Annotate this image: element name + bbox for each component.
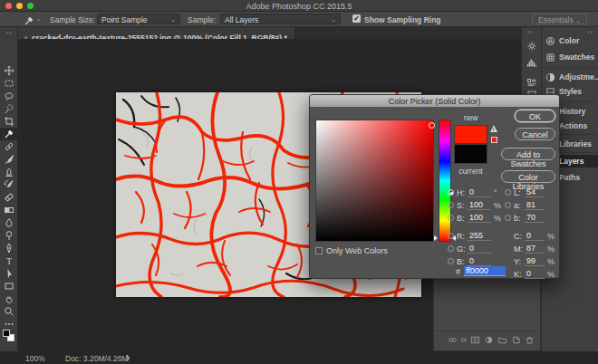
color-wheel-icon xyxy=(545,36,555,46)
group-icon[interactable] xyxy=(497,335,507,345)
new-layer-icon[interactable] xyxy=(511,335,521,345)
status-options-arrow-icon[interactable]: ❯ xyxy=(125,354,130,361)
sample-label: Sample: xyxy=(188,15,216,24)
tool-healing-brush[interactable] xyxy=(0,140,18,153)
tool-lasso[interactable] xyxy=(0,90,18,102)
field-hex: #ff0000 xyxy=(456,266,506,276)
field-lab-b: b:70 xyxy=(505,213,547,223)
hex-input[interactable]: ff0000 xyxy=(464,266,506,276)
lab-l-input[interactable]: 54 xyxy=(525,187,545,197)
histogram-icon[interactable] xyxy=(526,55,537,72)
window-title: Adobe Photoshop CC 2015.5 xyxy=(0,2,598,11)
sample-dropdown[interactable]: All Layers ⌄ xyxy=(220,14,341,24)
yellow-input[interactable]: 99 xyxy=(525,256,545,266)
cyan-input[interactable]: 0 xyxy=(525,231,545,241)
tool-pen[interactable] xyxy=(0,242,18,254)
field-brightness: B:100% xyxy=(448,213,501,223)
black-input[interactable]: 0 xyxy=(525,269,545,279)
lab-b-radio[interactable] xyxy=(505,215,511,221)
color-field-marker[interactable] xyxy=(429,122,435,129)
field-black: K:0% xyxy=(505,269,555,279)
sample-size-dropdown[interactable]: Point Sample ⌄ xyxy=(97,14,180,24)
tool-blur[interactable] xyxy=(0,216,18,229)
only-web-colors-label: Only Web Colors xyxy=(326,246,388,255)
tool-crop[interactable] xyxy=(0,115,18,128)
hue-slider-marker[interactable] xyxy=(434,235,438,241)
field-cyan: C:0% xyxy=(505,231,555,241)
foreground-background-swatches[interactable] xyxy=(0,329,18,347)
hue-slider[interactable] xyxy=(439,120,451,242)
cancel-button[interactable]: Cancel xyxy=(515,128,555,140)
tool-move[interactable] xyxy=(0,64,18,77)
layer-mask-icon[interactable] xyxy=(470,335,480,345)
dialog-titlebar[interactable]: Color Picker (Solid Color) xyxy=(310,95,559,107)
sample-size-label: Sample Size: xyxy=(50,15,95,24)
not-web-safe-icon[interactable] xyxy=(491,137,497,143)
panel-tab-color[interactable]: Color xyxy=(542,34,598,47)
ok-button[interactable]: OK xyxy=(515,110,555,122)
lab-a-radio[interactable] xyxy=(505,202,511,208)
lab-b-input[interactable]: 70 xyxy=(525,213,545,223)
field-red: R:255 xyxy=(448,231,494,241)
tool-options-bar: ⌄ Sample Size: Point Sample ⌄ Sample: Al… xyxy=(0,12,598,27)
tool-clone-stamp[interactable] xyxy=(0,166,18,178)
panel-tab-adjustments[interactable]: Adjustme... xyxy=(542,71,598,83)
current-color-swatch[interactable] xyxy=(454,144,487,164)
field-green: G:0 xyxy=(448,244,494,254)
green-radio[interactable] xyxy=(448,245,454,252)
saturation-input[interactable]: 100 xyxy=(468,200,491,210)
panel-tab-swatches[interactable]: Swatches xyxy=(542,51,598,63)
hue-radio[interactable] xyxy=(448,189,454,196)
brightness-input[interactable]: 100 xyxy=(468,213,491,223)
document-tab[interactable]: ×cracked-dry-earth-texture-2555152.jpg @… xyxy=(18,27,295,39)
adjustment-layer-icon[interactable] xyxy=(484,335,494,345)
zoom-level[interactable]: 100% xyxy=(25,354,45,363)
tools-panel: ›› T xyxy=(0,27,18,353)
magenta-input[interactable]: 87 xyxy=(525,244,545,254)
photoshop-window: Adobe Photoshop CC 2015.5 ⌄ Sample Size:… xyxy=(0,0,598,364)
tool-dodge[interactable] xyxy=(0,229,18,242)
fx-icon[interactable]: fx xyxy=(461,336,467,344)
link-icon[interactable] xyxy=(448,335,458,345)
tool-type[interactable]: T xyxy=(0,254,18,267)
tool-brush[interactable] xyxy=(0,153,18,166)
new-color-swatch xyxy=(454,125,487,144)
tool-rectangle-shape[interactable] xyxy=(0,280,18,292)
tool-gradient[interactable] xyxy=(0,204,18,216)
red-radio[interactable] xyxy=(448,233,454,239)
dock-collapse-button[interactable]: ‹‹ xyxy=(527,29,534,35)
tool-zoom[interactable] xyxy=(0,305,18,318)
red-input[interactable]: 255 xyxy=(468,231,491,241)
blue-radio[interactable] xyxy=(448,258,454,264)
green-input[interactable]: 0 xyxy=(468,244,491,254)
field-lab-a: a:81 xyxy=(505,200,547,210)
toolbar-collapse-button[interactable]: ›› xyxy=(0,27,18,38)
tool-path-selection[interactable] xyxy=(0,267,18,280)
lab-l-radio[interactable] xyxy=(505,189,511,196)
tool-quick-selection[interactable] xyxy=(0,102,18,115)
lab-a-input[interactable]: 81 xyxy=(525,200,545,210)
hue-input[interactable]: 0 xyxy=(468,187,491,197)
document-size: Doc: 3.20M/4.26M xyxy=(65,354,128,363)
out-of-gamut-warning-icon[interactable] xyxy=(490,125,497,132)
brightness-radio[interactable] xyxy=(448,215,454,221)
color-picker-dialog: Color Picker (Solid Color) new current O… xyxy=(309,94,560,279)
add-to-swatches-button[interactable]: Add to Swatches xyxy=(501,148,555,160)
only-web-colors-checkbox[interactable] xyxy=(315,247,323,254)
workspace-dropdown[interactable]: Essentials ⌄ xyxy=(532,14,587,24)
document-tab-bar: ×cracked-dry-earth-texture-2555152.jpg @… xyxy=(18,27,598,39)
blue-input[interactable]: 0 xyxy=(468,256,491,266)
tool-rectangular-marquee[interactable] xyxy=(0,77,18,90)
delete-layer-icon[interactable] xyxy=(525,335,535,345)
adjustments-sun-icon[interactable] xyxy=(526,39,537,55)
tool-hand[interactable] xyxy=(0,292,18,305)
show-sampling-ring-checkbox[interactable]: ✓ xyxy=(352,14,361,23)
chevron-down-icon[interactable]: ⌄ xyxy=(36,15,42,23)
saturation-brightness-field[interactable] xyxy=(315,120,434,242)
tool-history-brush[interactable] xyxy=(0,178,18,191)
tool-eraser[interactable] xyxy=(0,191,18,204)
color-libraries-button[interactable]: Color Libraries xyxy=(501,170,555,183)
foreground-color-chip[interactable] xyxy=(3,330,10,337)
tool-eyedropper[interactable] xyxy=(0,128,18,140)
saturation-radio[interactable] xyxy=(448,202,454,208)
